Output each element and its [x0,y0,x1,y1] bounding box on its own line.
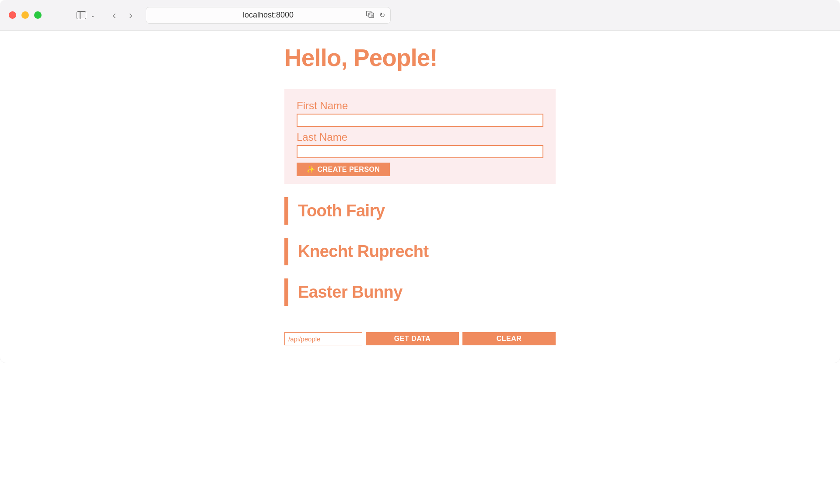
address-bar[interactable]: localhost:8000 A文 ↻ [146,7,391,24]
create-person-button[interactable]: ✨ CREATE PERSON [297,163,390,176]
last-name-label: Last Name [297,131,543,143]
minimize-window-button[interactable] [21,11,29,19]
person-name: Easter Bunny [298,283,556,302]
first-name-label: First Name [297,100,543,112]
last-name-input[interactable] [297,145,543,158]
people-list: Tooth Fairy Knecht Ruprecht Easter Bunny [284,197,556,306]
list-item: Knecht Ruprecht [284,238,556,265]
browser-toolbar: ⌄ ‹ › localhost:8000 A文 ↻ [0,0,840,31]
clear-button[interactable]: CLEAR [462,332,556,345]
maximize-window-button[interactable] [34,11,42,19]
api-controls: GET DATA CLEAR [284,332,556,345]
reload-icon[interactable]: ↻ [379,11,385,20]
sidebar-toggle-button[interactable] [77,11,86,19]
list-item: Tooth Fairy [284,197,556,225]
svg-text:A: A [368,12,370,15]
svg-text:文: 文 [371,14,374,17]
person-name: Tooth Fairy [298,202,556,220]
translate-icon[interactable]: A文 [366,11,374,20]
sidebar-icon [77,11,86,19]
url-text: localhost:8000 [243,10,294,20]
list-item: Easter Bunny [284,278,556,306]
page-title: Hello, People! [284,44,556,72]
person-name: Knecht Ruprecht [298,242,556,261]
close-window-button[interactable] [9,11,16,19]
traffic-lights [9,11,42,19]
back-button[interactable]: ‹ [112,9,116,21]
api-endpoint-input[interactable] [284,332,362,345]
create-person-form: First Name Last Name ✨ CREATE PERSON [284,89,556,184]
first-name-input[interactable] [297,114,543,127]
get-data-button[interactable]: GET DATA [366,332,459,345]
forward-button[interactable]: › [129,9,133,21]
chevron-down-icon[interactable]: ⌄ [91,12,95,18]
